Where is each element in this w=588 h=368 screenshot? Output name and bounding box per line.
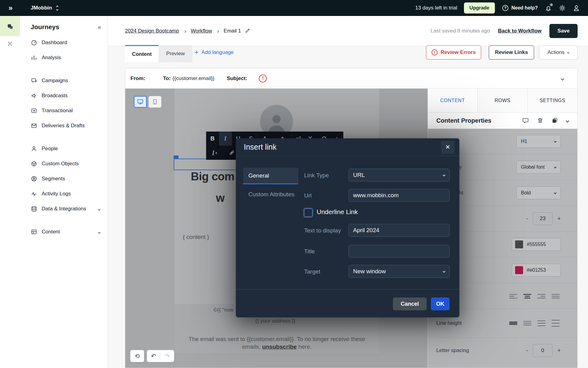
pencil-icon [245, 27, 251, 33]
need-help-link[interactable]: ? Need help? [502, 4, 538, 12]
sidebar-item-people[interactable]: People [20, 141, 107, 156]
person-icon [573, 4, 580, 12]
to-value: {{customer.email}} [172, 75, 214, 82]
gear-icon [559, 4, 566, 12]
subject-label: Subject: [227, 75, 247, 82]
sidebar-item-custom-objects[interactable]: Custom Objects [20, 156, 107, 171]
url-label: Url [304, 192, 311, 199]
title-input[interactable] [349, 245, 450, 258]
desktop-view-button[interactable] [134, 96, 147, 108]
add-language-button[interactable]: + Add language [194, 49, 234, 56]
actions-button[interactable]: Actions [539, 45, 578, 59]
history-controls: ⟲ ↶ ↷ [130, 350, 174, 362]
plus-icon: + [194, 49, 198, 56]
chat-bubble-icon [31, 77, 37, 84]
panel-tab-settings[interactable]: SETTINGS [527, 89, 577, 112]
sidebar-item-dashboard[interactable]: Dashboard [20, 35, 107, 50]
sidebar-item-activity-logs[interactable]: Activity Logs [20, 186, 107, 201]
edit-name-button[interactable] [245, 27, 251, 35]
content-properties-header: Content Properties [428, 113, 577, 128]
journeys-app-icon[interactable] [0, 16, 20, 36]
workspace-name[interactable]: JMobbin [31, 5, 52, 11]
sidebar-item-deliveries-drafts[interactable]: Deliveries & Drafts [20, 118, 107, 133]
comment-icon[interactable] [522, 117, 529, 124]
sidebar-title: Journeys [31, 23, 59, 31]
notification-dot [550, 3, 553, 6]
chevron-down-icon [443, 174, 445, 176]
trash-icon[interactable] [537, 117, 544, 124]
collapse-panel-chevron-icon[interactable] [566, 118, 569, 123]
close-icon: ✕ [445, 144, 450, 151]
underline-link-checkbox[interactable] [304, 209, 312, 217]
sidebar-item-campaigns[interactable]: Campaigns [20, 73, 107, 88]
duplicate-icon[interactable] [552, 117, 558, 124]
redo-button[interactable]: ↷ [160, 352, 174, 360]
workspace-switcher-icon[interactable] [56, 6, 58, 10]
clear-formatting-button[interactable]: Ix [206, 146, 223, 160]
cancel-button[interactable]: Cancel [393, 297, 427, 310]
panel-tab-content[interactable]: CONTENT [428, 89, 477, 112]
back-to-workflow-link[interactable]: Back to Workflow [498, 28, 541, 34]
text-to-display-input[interactable]: April 2024 [349, 224, 450, 237]
sidebar-item-analysis[interactable]: Analysis [20, 50, 107, 65]
sidebar-item-transactional[interactable]: Transactional [20, 103, 107, 118]
bold-button[interactable]: B [206, 132, 219, 146]
title-label: Title [304, 248, 315, 255]
sidebar-item-data-integrations[interactable]: Data & Integrations [20, 201, 107, 216]
mobbin-logo-icon[interactable]: » [0, 4, 20, 12]
chevron-right-icon [184, 28, 186, 34]
sidebar: Journeys « Dashboard Analysis Campaigns … [20, 16, 108, 368]
send-box-icon [31, 107, 37, 114]
mobile-view-button[interactable] [149, 96, 161, 108]
envelope-icon [31, 122, 37, 129]
review-errors-button[interactable]: ! Review Errors [426, 45, 481, 59]
link-type-select[interactable]: URL [349, 169, 450, 182]
device-toggle [134, 96, 161, 108]
modal-footer: Cancel OK [236, 289, 459, 317]
tab-preview[interactable]: Preview [159, 45, 192, 62]
apps-switcher-icon[interactable]: ✕ [0, 36, 20, 52]
italic-button[interactable]: I [219, 132, 232, 146]
expand-meta-chevron-icon[interactable] [561, 76, 564, 81]
sidebar-item-broadcasts[interactable]: Broadcasts [20, 88, 107, 103]
sidebar-collapse-button[interactable]: « [98, 24, 100, 31]
content-grid-icon [31, 228, 37, 235]
history-button[interactable]: ⟲ [130, 352, 144, 360]
sidebar-item-content[interactable]: Content [20, 224, 107, 239]
undo-button[interactable]: ↶ [147, 352, 160, 360]
panel-tab-rows[interactable]: ROWS [477, 89, 527, 112]
chevron-right-icon [217, 28, 219, 34]
save-button[interactable]: Save [549, 24, 578, 38]
account-button[interactable] [573, 4, 580, 12]
sidebar-item-segments[interactable]: Segments [20, 171, 107, 186]
underline-link-label: Underline Link [317, 208, 358, 216]
settings-button[interactable] [559, 4, 566, 12]
error-icon: ! [432, 49, 438, 56]
notifications-button[interactable] [545, 4, 552, 12]
target-select[interactable]: New window [349, 265, 450, 278]
subject-error-icon: ! [259, 75, 267, 82]
panel-tabs: CONTENT ROWS SETTINGS [428, 89, 577, 113]
modal-title: Insert link [244, 143, 277, 151]
modal-tab-general[interactable]: General [243, 168, 298, 184]
topbar: » JMobbin 13 days left in trial Upgrade … [0, 0, 588, 16]
bar-chart-icon [31, 54, 37, 61]
text-to-display-label: Text to display [304, 227, 341, 234]
modal-tab-custom-attributes[interactable]: Custom Attributes [243, 191, 294, 198]
chevron-down-icon [443, 270, 445, 273]
ok-button[interactable]: OK [431, 297, 450, 310]
url-input[interactable]: www.mobbin.com [349, 189, 450, 202]
upgrade-button[interactable]: Upgrade [464, 2, 495, 13]
breadcrumb-campaign[interactable]: 2024 Design Bootcamp [125, 28, 179, 34]
from-label: From: [130, 75, 145, 82]
caret-down-icon [567, 51, 569, 53]
breadcrumb-workflow[interactable]: Workflow [191, 28, 212, 34]
link-icon [229, 150, 235, 156]
app-window: » JMobbin 13 days left in trial Upgrade … [0, 0, 588, 368]
email-meta-bar[interactable]: From: To: {{customer.email}} Subject: ! [125, 68, 577, 89]
review-links-button[interactable]: Review Links [489, 45, 534, 59]
close-button[interactable]: ✕ [441, 141, 454, 154]
person-circle-icon [31, 175, 37, 182]
tab-content[interactable]: Content [125, 45, 159, 62]
database-icon [31, 205, 37, 212]
